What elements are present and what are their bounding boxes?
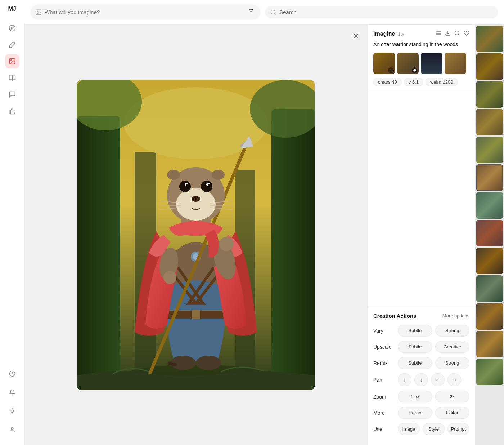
global-search-wrap[interactable] bbox=[265, 6, 498, 18]
remix-label: Remix bbox=[373, 360, 395, 366]
rerun-button[interactable]: Rerun bbox=[398, 407, 432, 419]
thumb-2-badge bbox=[412, 67, 418, 73]
strip-thumb-6[interactable] bbox=[476, 164, 503, 191]
sidebar-item-settings[interactable] bbox=[5, 404, 19, 418]
pan-right-button[interactable]: → bbox=[447, 373, 461, 386]
svg-marker-1 bbox=[11, 27, 13, 29]
remix-subtle-button[interactable]: Subtle bbox=[398, 357, 432, 369]
svg-point-15 bbox=[11, 427, 13, 430]
svg-point-40 bbox=[163, 271, 176, 284]
sidebar-item-image[interactable] bbox=[5, 54, 19, 68]
strip-thumb-1[interactable] bbox=[476, 26, 503, 52]
vary-strong-button[interactable]: Strong bbox=[435, 325, 470, 337]
pan-left-button[interactable]: ← bbox=[431, 373, 445, 386]
tag-version[interactable]: v 6.1 bbox=[404, 78, 423, 86]
sidebar-item-thumbup[interactable] bbox=[5, 104, 19, 118]
otter-illustration bbox=[77, 80, 315, 390]
pan-down-button[interactable]: ↓ bbox=[414, 373, 428, 386]
strip-thumb-11[interactable] bbox=[476, 303, 503, 330]
sidebar-item-brush[interactable] bbox=[5, 37, 19, 52]
pan-up-button[interactable]: ↑ bbox=[398, 373, 411, 386]
vary-label: Vary bbox=[373, 328, 395, 334]
pan-label: Pan bbox=[373, 377, 395, 383]
creation-actions-panel: Creation Actions More options Vary Subtl… bbox=[368, 307, 475, 445]
strip-thumb-9[interactable] bbox=[476, 248, 503, 274]
more-options-button[interactable]: More options bbox=[442, 313, 469, 319]
svg-line-13 bbox=[10, 413, 10, 413]
tag-weird[interactable]: weird 1200 bbox=[426, 78, 458, 86]
prompt-text: An otter warrior standing in the woods bbox=[373, 41, 469, 48]
use-label: Use bbox=[373, 426, 395, 432]
thumb-1-badge bbox=[388, 67, 394, 73]
pan-action-row: Pan ↑ ↓ ← → bbox=[373, 373, 469, 386]
main-image-container bbox=[77, 80, 315, 390]
strip-thumb-2[interactable] bbox=[476, 53, 503, 80]
creation-actions-title: Creation Actions bbox=[373, 313, 416, 319]
imagine-search-wrap[interactable] bbox=[30, 4, 261, 20]
use-style-button[interactable]: Style bbox=[423, 423, 445, 435]
zoom-1-5-button[interactable]: 1.5x bbox=[398, 391, 432, 402]
use-prompt-button[interactable]: Prompt bbox=[447, 423, 469, 435]
svg-point-39 bbox=[219, 237, 234, 251]
thumb-3[interactable] bbox=[421, 53, 442, 74]
svg-point-65 bbox=[167, 361, 172, 365]
upscale-creative-button[interactable]: Creative bbox=[435, 341, 470, 353]
close-button[interactable]: ✕ bbox=[350, 30, 361, 42]
svg-point-54 bbox=[208, 184, 210, 186]
sidebar-item-bell[interactable] bbox=[5, 385, 19, 400]
vary-subtle-button[interactable]: Subtle bbox=[398, 325, 432, 337]
svg-point-17 bbox=[37, 11, 38, 12]
image-viewer: ✕ bbox=[24, 25, 367, 445]
remix-strong-button[interactable]: Strong bbox=[435, 357, 470, 369]
strip-thumb-5[interactable] bbox=[476, 137, 503, 163]
thumb-2[interactable] bbox=[397, 53, 419, 74]
svg-point-62 bbox=[171, 356, 196, 370]
global-search-icon bbox=[270, 9, 276, 15]
sidebar-item-compass[interactable] bbox=[5, 21, 19, 35]
menu-button[interactable] bbox=[436, 30, 441, 37]
svg-line-71 bbox=[458, 34, 459, 35]
imagine-title-label: Imagine bbox=[373, 31, 395, 37]
sidebar-bottom bbox=[5, 366, 19, 439]
global-search-input[interactable] bbox=[279, 9, 493, 15]
sidebar-item-book[interactable] bbox=[5, 71, 19, 85]
svg-line-10 bbox=[14, 413, 14, 413]
thumb-1[interactable] bbox=[373, 53, 395, 74]
strip-thumb-8[interactable] bbox=[476, 220, 503, 246]
right-panel: Imagine 1w bbox=[367, 25, 475, 445]
svg-point-53 bbox=[186, 184, 188, 186]
svg-point-63 bbox=[196, 356, 221, 370]
sidebar-item-chat[interactable] bbox=[5, 87, 19, 102]
imagine-actions-group bbox=[436, 30, 469, 37]
imagine-search-input[interactable] bbox=[45, 9, 243, 15]
zoom-2x-button[interactable]: 2x bbox=[435, 391, 470, 402]
sidebar-item-profile[interactable] bbox=[5, 423, 19, 437]
filter-button[interactable] bbox=[246, 7, 256, 17]
tags-row: chaos 40 v 6.1 weird 1200 bbox=[373, 78, 469, 86]
download-button[interactable] bbox=[445, 30, 451, 37]
svg-point-3 bbox=[10, 60, 11, 61]
sidebar-item-help[interactable] bbox=[5, 366, 19, 381]
strip-thumb-12[interactable] bbox=[476, 331, 503, 357]
svg-line-22 bbox=[274, 13, 275, 14]
favorite-button[interactable] bbox=[464, 30, 469, 37]
strip-thumb-3[interactable] bbox=[476, 81, 503, 108]
upscale-subtle-button[interactable]: Subtle bbox=[398, 341, 432, 353]
vary-action-row: Vary Subtle Strong bbox=[373, 325, 469, 337]
search-panel-button[interactable] bbox=[454, 30, 460, 37]
svg-point-0 bbox=[9, 25, 15, 31]
strip-thumb-7[interactable] bbox=[476, 192, 503, 219]
strip-thumb-10[interactable] bbox=[476, 275, 503, 302]
app-logo: MJ bbox=[8, 6, 16, 12]
svg-line-14 bbox=[14, 409, 14, 409]
tag-chaos[interactable]: chaos 40 bbox=[373, 78, 402, 86]
image-search-icon bbox=[35, 9, 42, 15]
svg-point-50 bbox=[201, 181, 212, 192]
svg-rect-34 bbox=[192, 310, 200, 319]
editor-button[interactable]: Editor bbox=[435, 407, 470, 419]
use-image-button[interactable]: Image bbox=[398, 423, 420, 435]
use-action-row: Use Image Style Prompt bbox=[373, 423, 469, 435]
strip-thumb-13[interactable] bbox=[476, 359, 503, 385]
strip-thumb-4[interactable] bbox=[476, 109, 503, 135]
thumb-4[interactable] bbox=[445, 53, 466, 74]
